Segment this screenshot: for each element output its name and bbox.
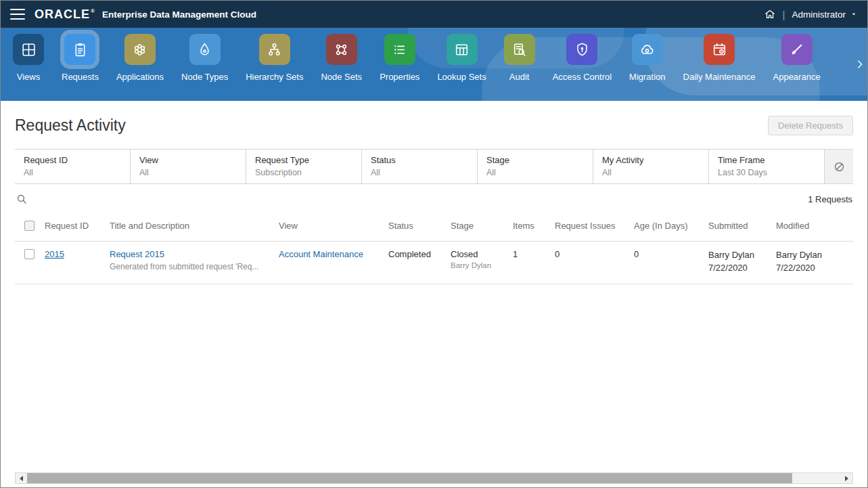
nav-item-properties[interactable]: Properties [380,34,419,82]
request-id-link[interactable]: 2015 [45,249,64,259]
filter-view[interactable]: View All [131,150,246,183]
clear-filters-button[interactable] [825,150,853,183]
top-bar: ORACLE® Enterprise Data Management Cloud… [1,1,867,28]
nav-item-label: Node Types [181,72,228,82]
nav-item-requests[interactable]: Requests [62,34,99,82]
nav-item-label: Audit [509,72,530,82]
app-window: ORACLE® Enterprise Data Management Cloud… [0,0,868,488]
submitted-date: 7/22/2020 [708,262,771,275]
nav-item-label: Node Sets [321,72,362,82]
submitted-by: Barry Dylan [708,249,771,262]
horizontal-scrollbar [15,472,853,484]
nav-item-lookup-sets[interactable]: Lookup Sets [437,34,486,82]
filter-request-id[interactable]: Request ID All [15,150,131,183]
modified-by: Barry Dylan [776,249,848,262]
col-header-items: Items [513,213,555,242]
nav-item-label: Daily Maintenance [683,72,756,82]
nav-item-audit[interactable]: Audit [504,34,535,82]
filter-time-frame[interactable]: Time Frame Last 30 Days [709,150,825,183]
scrollbar-thumb[interactable] [27,473,792,483]
items-count: 1 [513,249,518,259]
filter-status[interactable]: Status All [362,150,478,183]
chevron-down-icon [850,10,858,18]
filter-label: Status [371,155,468,165]
col-header-view: View [279,213,388,242]
nav-item-label: Access Control [553,72,612,82]
nav-item-access-control[interactable]: Access Control [553,34,612,82]
col-header-modified: Modified [776,213,853,242]
nav-item-node-sets[interactable]: Node Sets [321,34,362,82]
select-all-checkbox[interactable] [24,221,35,231]
col-header-status: Status [388,213,451,242]
filter-value: All [602,168,700,177]
status-value: Completed [388,249,431,259]
brush-icon [781,34,813,65]
filter-value: All [486,168,584,177]
filter-value: All [371,168,468,177]
col-header-request-id: Request ID [45,213,110,242]
user-menu[interactable]: Administrator [792,9,858,20]
scroll-right-arrow[interactable] [841,473,852,483]
col-header-title: Title and Description [110,213,279,242]
filter-bar: Request ID All View All Request Type Sub… [15,149,853,184]
scroll-left-arrow[interactable] [16,473,27,483]
droplet-icon [189,34,221,65]
filter-value: All [24,168,121,177]
nav-item-hierarchy-sets[interactable]: Hierarchy Sets [246,34,303,82]
lookup-table-icon [447,34,478,65]
user-menu-label: Administrator [792,9,846,20]
filter-label: Stage [486,155,584,165]
nav-item-applications[interactable]: Applications [116,34,164,82]
stage-assignee: Barry Dylan [451,261,507,269]
nav-item-label: Applications [116,72,164,82]
age-in-days: 0 [634,249,639,259]
filter-my-activity[interactable]: My Activity All [593,150,709,183]
nav-item-label: Hierarchy Sets [246,72,303,82]
nav-item-migration[interactable]: Migration [629,34,665,82]
grid-icon [13,34,44,65]
nodes-icon [326,34,357,65]
nav-item-node-types[interactable]: Node Types [181,34,228,82]
block-icon [833,160,846,173]
request-title-link[interactable]: Request 2015 [110,249,164,259]
flower-icon [124,34,156,65]
delete-requests-button[interactable]: Delete Requests [768,116,853,135]
filter-request-type[interactable]: Request Type Subscription [246,150,362,183]
filter-label: View [139,155,237,165]
filter-stage[interactable]: Stage All [478,150,593,183]
clipboard-icon [64,34,95,65]
calendar-gear-icon [704,34,735,65]
nav-item-label: Requests [62,72,99,82]
col-header-submitted: Submitted [708,213,776,242]
menu-icon[interactable] [10,9,25,20]
home-icon[interactable] [764,8,776,20]
results-count: 1 Requests [808,194,852,204]
oracle-logo: ORACLE® [35,7,95,22]
module-navbar: Views Requests Applications Node Types [1,28,867,101]
request-description: Generated from submitted request 'Req... [110,262,273,271]
filter-label: My Activity [602,155,700,165]
filter-value: Subscription [255,168,352,177]
nav-item-appearance[interactable]: Appearance [773,34,821,82]
nav-scroll-right-icon[interactable] [854,59,865,70]
nav-item-label: Lookup Sets [437,72,486,82]
view-link[interactable]: Account Maintenance [279,249,363,259]
table-row: 2015 Request 2015 Generated from submitt… [15,242,853,284]
search-icon[interactable] [16,193,28,206]
stage-value: Closed [451,249,507,259]
nav-item-views[interactable]: Views [13,34,44,82]
nav-item-daily-maintenance[interactable]: Daily Maintenance [683,34,756,82]
filter-value: All [139,168,237,177]
col-header-age: Age (In Days) [634,213,708,242]
list-icon [384,34,415,65]
table-header-row: Request ID Title and Description View St… [15,213,853,242]
filter-label: Time Frame [718,155,815,165]
product-title: Enterprise Data Management Cloud [102,9,256,20]
nav-item-label: Migration [629,72,665,82]
cloud-icon [632,34,663,65]
hierarchy-icon [259,34,290,65]
row-checkbox[interactable] [24,249,35,259]
col-header-stage: Stage [451,213,513,242]
separator: | [783,9,785,20]
nav-item-label: Views [17,72,40,82]
